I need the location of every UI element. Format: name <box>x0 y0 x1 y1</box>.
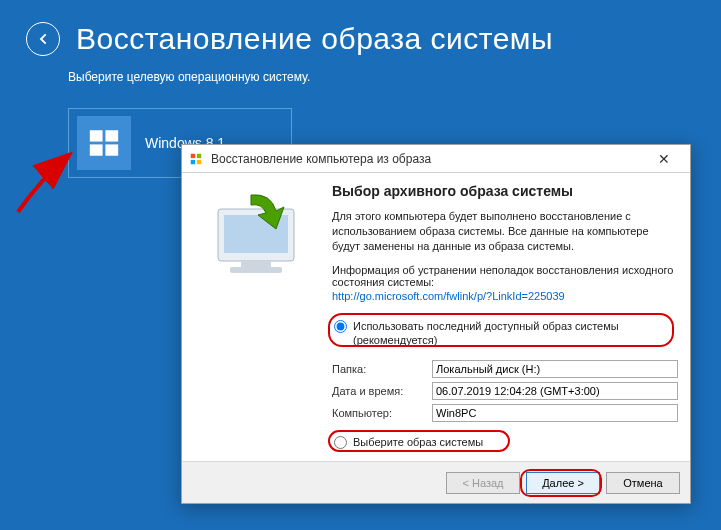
computer-label: Компьютер: <box>332 407 432 419</box>
dialog-description: Для этого компьютера будет выполнено вос… <box>332 209 678 254</box>
radio-use-latest-input[interactable] <box>334 320 347 333</box>
folder-label: Папка: <box>332 363 432 375</box>
back-button[interactable] <box>26 22 60 56</box>
svg-rect-11 <box>241 261 271 267</box>
back-button-dialog: < Назад <box>446 472 520 494</box>
radio-select-image-label: Выберите образ системы <box>353 435 483 449</box>
svg-rect-12 <box>230 267 282 273</box>
svg-rect-0 <box>90 130 103 141</box>
svg-rect-3 <box>105 144 118 155</box>
radio-use-latest-label: Использовать последний доступный образ с… <box>353 319 676 348</box>
svg-rect-6 <box>197 153 201 157</box>
next-button[interactable]: Далее > <box>526 472 600 494</box>
dialog-title: Восстановление компьютера из образа <box>211 152 644 166</box>
restore-illustration-icon <box>196 183 326 457</box>
arrow-left-icon <box>35 31 51 47</box>
cancel-button[interactable]: Отмена <box>606 472 680 494</box>
close-button[interactable]: ✕ <box>644 147 684 171</box>
page-subtitle: Выберите целевую операционную систему. <box>0 70 721 84</box>
windows-logo-icon <box>77 116 131 170</box>
restore-dialog: Восстановление компьютера из образа ✕ Вы… <box>181 144 691 504</box>
svg-rect-5 <box>191 153 195 157</box>
radio-select-image-input[interactable] <box>334 436 347 449</box>
svg-rect-7 <box>191 159 195 163</box>
dialog-info-link[interactable]: http://go.microsoft.com/fwlink/p/?LinkId… <box>332 290 678 302</box>
computer-field <box>432 404 678 422</box>
svg-rect-8 <box>197 159 201 163</box>
dialog-info-text: Информация об устранении неполадок восст… <box>332 264 678 288</box>
radio-use-latest[interactable]: Использовать последний доступный образ с… <box>334 319 676 348</box>
dialog-heading: Выбор архивного образа системы <box>332 183 678 199</box>
datetime-field <box>432 382 678 400</box>
folder-field <box>432 360 678 378</box>
flag-icon <box>188 151 204 167</box>
radio-select-image[interactable]: Выберите образ системы <box>334 435 676 449</box>
page-title: Восстановление образа системы <box>76 22 553 56</box>
datetime-label: Дата и время: <box>332 385 432 397</box>
svg-rect-2 <box>90 144 103 155</box>
svg-rect-1 <box>105 130 118 141</box>
